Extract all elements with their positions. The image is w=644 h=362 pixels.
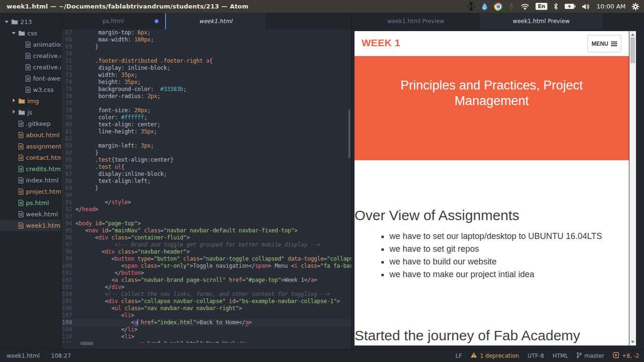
preview-tab-1[interactable]: week1.html Preview	[352, 13, 480, 29]
code-line-100[interactable]: 100 <span class="sr-only">Toggle navigat…	[61, 263, 351, 270]
battery-icon[interactable]	[564, 3, 576, 9]
brand-link[interactable]: WEEK 1	[362, 37, 400, 49]
wifi-icon[interactable]	[520, 3, 529, 10]
code-line-78[interactable]: 78 font-size: 20px;	[61, 107, 351, 114]
tree-item-assignments.html[interactable]: assignments.html	[0, 140, 61, 152]
editor-tab-1[interactable]: ps.html	[61, 13, 165, 29]
code-line-97[interactable]: 97 <!-- Brand and toggle get grouped for…	[61, 241, 351, 248]
code-line-93[interactable]: 93	[61, 213, 351, 220]
tree-item-w3.css[interactable]: w3.css	[0, 84, 61, 95]
code-line-101[interactable]: 101 </button>	[61, 270, 351, 277]
tree-item-creative.css[interactable]: creative.css	[0, 50, 61, 61]
code-line-70[interactable]: 70	[61, 50, 351, 58]
code-line-79[interactable]: 79 color: #ffffff;	[61, 114, 351, 121]
code-line-96[interactable]: 96 <div class="container-fluid">	[61, 234, 351, 241]
water-drop-icon[interactable]	[481, 2, 488, 10]
code-line-94[interactable]: 94<body id="page-top">	[61, 220, 351, 227]
preview-scrollbar-thumb[interactable]	[630, 37, 635, 63]
tree-item-project.html[interactable]: project.html	[0, 186, 61, 197]
code-line-111[interactable]: 111 <a href="week2.html">Next Week</a>	[61, 340, 351, 343]
tree-item-font-awesome.css[interactable]: font-awesome.css	[0, 73, 61, 84]
code-line-68[interactable]: 68 max-width: 180px;	[61, 36, 351, 43]
bluetooth-icon[interactable]	[553, 3, 558, 10]
code-line-92[interactable]: 92</head>	[61, 206, 351, 213]
status-cursor-position[interactable]: 108:27	[51, 353, 71, 359]
clock[interactable]: 10:00 AM	[596, 3, 626, 10]
code-line-77[interactable]: 77	[61, 100, 351, 107]
code-line-88[interactable]: 88 text-align:left;	[61, 178, 351, 185]
status-grammar[interactable]: HTML	[553, 353, 568, 359]
code-line-71[interactable]: 71 .footer-distributed .footer-right a{	[61, 58, 351, 65]
code-line-90[interactable]: 90	[61, 192, 351, 199]
editor-horizontal-scrollbar[interactable]	[80, 342, 93, 345]
code-line-82[interactable]: 82	[61, 135, 351, 142]
code-line-99[interactable]: 99 <button type="button" class="navbar-t…	[61, 255, 351, 263]
code-line-89[interactable]: 89 }	[61, 185, 351, 192]
tree-item-ps.html[interactable]: ps.html	[0, 197, 61, 208]
code-line-87[interactable]: 87 display:inline-block;	[61, 171, 351, 178]
status-encoding[interactable]: UTF-8	[528, 353, 544, 359]
tree-item-index.html[interactable]: index.html	[0, 174, 61, 186]
scroll-down-arrow-icon[interactable]	[631, 341, 635, 343]
code-editor[interactable]: 67 margin-top: 6px;68 max-width: 180px;6…	[61, 29, 351, 349]
chevron-down-icon[interactable]	[12, 31, 17, 35]
tree-item-.gitkeep[interactable]: .gitkeep	[0, 118, 61, 129]
code-line-76[interactable]: 76 border-radius: 2px;	[61, 93, 351, 100]
code-line-108[interactable]: 108 <a href="index.html">Back to Home</a…	[61, 319, 351, 326]
code-line-98[interactable]: 98 <div class="navbar-header">	[61, 248, 351, 255]
code-line-84[interactable]: 84 }	[61, 149, 351, 156]
code-line-81[interactable]: 81 line-height: 35px;	[61, 128, 351, 135]
modified-indicator-dot[interactable]	[155, 19, 158, 23]
status-line-ending[interactable]: LF	[455, 353, 462, 359]
keyboard-layout-indicator[interactable]: En	[536, 3, 547, 10]
code-line-106[interactable]: 106 <ul class="nav navbar-nav navbar-rig…	[61, 305, 351, 312]
volume-icon[interactable]	[582, 3, 590, 10]
tree-item-week1.html[interactable]: week1.html	[0, 220, 61, 231]
status-filename[interactable]: week1.html	[7, 353, 40, 359]
chevron-right-icon[interactable]	[12, 99, 17, 103]
code-line-80[interactable]: 80 text-align: center;	[61, 121, 351, 128]
code-line-91[interactable]: 91 </style>	[61, 199, 351, 206]
chevron-down-icon[interactable]	[5, 19, 9, 24]
tree-item-credits.html[interactable]: credits.html	[0, 163, 61, 174]
tree-item-img[interactable]: img	[0, 95, 61, 107]
git-diff-status[interactable]: +8, -2	[613, 352, 639, 360]
tree-item-213[interactable]: 213	[0, 16, 61, 27]
code-line-104[interactable]: 104 <!-- Collect the nav links, forms, a…	[61, 291, 351, 298]
tree-item-animation.css[interactable]: animation.css	[0, 39, 61, 50]
code-line-74[interactable]: 74 height: 35px;	[61, 79, 351, 86]
deprecation-warning[interactable]: 1 deprecation	[471, 352, 519, 359]
microphone-muted-icon[interactable]	[509, 2, 514, 10]
session-gear-icon[interactable]	[632, 3, 639, 10]
chevron-right-icon[interactable]	[12, 110, 17, 115]
tree-item-js[interactable]: js	[0, 107, 61, 118]
code-line-109[interactable]: 109 </li>	[61, 326, 351, 333]
code-line-95[interactable]: 95 <nav id="mainNav" class="navbar navba…	[61, 227, 351, 234]
editor-tab-2[interactable]: week1.html	[165, 13, 265, 29]
tree-item-creative.min.css[interactable]: creative.min.css	[0, 61, 61, 73]
editor-vertical-scrollbar[interactable]	[348, 109, 350, 158]
code-line-72[interactable]: 72 display: inline-block;	[61, 65, 351, 72]
code-line-103[interactable]: 103 </div>	[61, 284, 351, 291]
code-line-85[interactable]: 85 .test{text-align:center}	[61, 156, 351, 164]
menu-button[interactable]: MENU	[587, 35, 621, 52]
code-line-102[interactable]: 102 <a class="navbar-brand page-scroll" …	[61, 277, 351, 284]
code-line-67[interactable]: 67 margin-top: 6px;	[61, 29, 351, 36]
code-line-75[interactable]: 75 background-color: #33383b;	[61, 86, 351, 93]
tree-item-week.html[interactable]: week.html	[0, 208, 61, 220]
tree-item-contact.html[interactable]: contact.html	[0, 152, 61, 163]
chrome-icon[interactable]	[494, 2, 503, 11]
code-line-105[interactable]: 105 <div class="collapse navbar-collapse…	[61, 298, 351, 305]
code-line-110[interactable]: 110 <li>	[61, 333, 351, 340]
tree-item-css[interactable]: css	[0, 27, 61, 39]
code-line-107[interactable]: 107 <li>	[61, 312, 351, 319]
git-branch[interactable]: master	[577, 352, 604, 360]
preview-scrollbar[interactable]	[629, 31, 636, 346]
preview-tab-2[interactable]: week1.html Preview	[480, 13, 603, 29]
pinwheel-app-icon[interactable]	[467, 2, 475, 10]
scroll-up-arrow-icon[interactable]	[631, 33, 635, 36]
code-line-73[interactable]: 73 width: 35px;	[61, 72, 351, 79]
code-line-69[interactable]: 69 }	[61, 43, 351, 50]
code-line-83[interactable]: 83 margin-left: 3px;	[61, 142, 351, 149]
code-line-86[interactable]: 86 .test ul{	[61, 164, 351, 171]
